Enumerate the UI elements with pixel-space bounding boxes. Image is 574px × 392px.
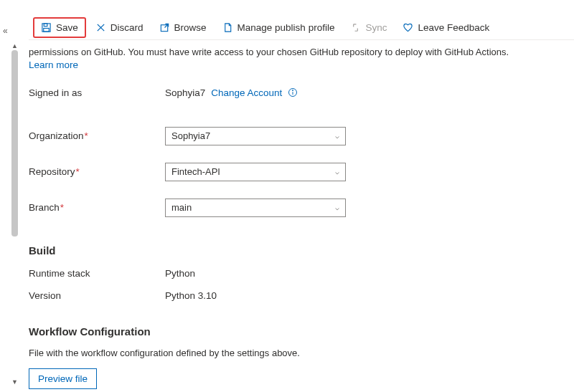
organization-label: Organization*	[29, 130, 165, 141]
collapse-chevron[interactable]: «	[3, 26, 8, 36]
discard-button[interactable]: Discard	[89, 19, 150, 37]
svg-rect-1	[44, 24, 47, 27]
build-heading: Build	[29, 244, 568, 257]
discard-label: Discard	[110, 22, 144, 33]
browse-label: Browse	[174, 22, 207, 33]
help-text: permissions on GitHub. You must have wri…	[29, 46, 568, 59]
chevron-down-icon: ⌵	[335, 132, 339, 140]
version-value: Python 3.10	[165, 290, 217, 301]
signed-in-label: Signed in as	[29, 87, 165, 98]
command-toolbar: Save Discard Browse Manage publish profi…	[29, 16, 574, 40]
change-account-link[interactable]: Change Account	[211, 87, 282, 98]
branch-label: Branch*	[29, 202, 165, 213]
sync-label: Sync	[365, 22, 387, 33]
preview-file-button[interactable]: Preview file	[29, 368, 97, 389]
repository-select[interactable]: Fintech-API ⌵	[165, 163, 346, 181]
save-label: Save	[56, 22, 78, 33]
workflow-desc: File with the workflow configuration def…	[29, 348, 568, 358]
feedback-button[interactable]: Leave Feedback	[396, 19, 496, 37]
sync-button: Sync	[344, 19, 393, 37]
feedback-label: Leave Feedback	[418, 22, 489, 33]
external-link-icon	[159, 22, 170, 33]
branch-select[interactable]: main ⌵	[165, 199, 346, 217]
scrollbar[interactable]: ▲ ▼	[11, 43, 18, 386]
manage-publish-button[interactable]: Manage publish profile	[216, 19, 342, 37]
chevron-down-icon: ⌵	[335, 168, 339, 176]
svg-point-9	[293, 90, 293, 91]
document-icon	[222, 22, 233, 33]
runtime-label: Runtime stack	[29, 268, 165, 279]
save-button[interactable]: Save	[33, 17, 86, 38]
scroll-down-caret[interactable]: ▼	[11, 379, 18, 386]
browse-button[interactable]: Browse	[153, 19, 213, 37]
close-icon	[95, 22, 106, 33]
sync-icon	[350, 22, 361, 33]
chevron-down-icon: ⌵	[335, 204, 339, 211]
info-icon[interactable]	[288, 87, 298, 97]
organization-select[interactable]: Sophyia7 ⌵	[165, 127, 346, 145]
scroll-up-caret[interactable]: ▲	[11, 43, 18, 49]
workflow-heading: Workflow Configuration	[29, 325, 568, 338]
main-content: permissions on GitHub. You must have wri…	[29, 40, 568, 389]
signed-in-user: Sophyia7	[165, 87, 205, 98]
learn-more-link[interactable]: Learn more	[29, 59, 568, 70]
branch-value: main	[171, 202, 192, 213]
repository-value: Fintech-API	[171, 166, 220, 177]
version-label: Version	[29, 290, 165, 301]
runtime-value: Python	[165, 268, 195, 279]
save-icon	[41, 22, 52, 33]
svg-rect-2	[44, 28, 50, 32]
organization-value: Sophyia7	[171, 130, 210, 141]
scroll-thumb[interactable]	[11, 50, 18, 236]
repository-label: Repository*	[29, 166, 165, 177]
heart-icon	[403, 22, 413, 33]
manage-label: Manage publish profile	[237, 22, 335, 33]
